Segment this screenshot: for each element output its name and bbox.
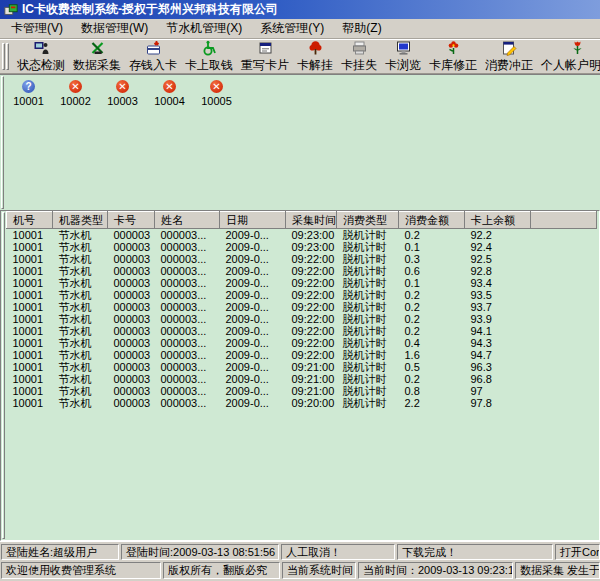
cell-card-balance: 94.3 bbox=[465, 337, 531, 349]
cell-name: 000003... bbox=[155, 265, 220, 277]
toolbar-account-detail-button[interactable]: 个人帐户明细 bbox=[538, 39, 600, 75]
column-header-machine-no[interactable]: 机号 bbox=[7, 212, 53, 229]
cell-machine-no: 10001 bbox=[7, 253, 53, 265]
cell-consume-amount: 0.8 bbox=[399, 385, 465, 397]
toolbar-card-loss-button[interactable]: 卡挂失 bbox=[338, 39, 380, 75]
cell-filler bbox=[531, 289, 597, 301]
toolbar-status-detect-button[interactable]: 状态检测 bbox=[14, 39, 68, 75]
cell-name: 000003... bbox=[155, 361, 220, 373]
toolbar-card-fix-button[interactable]: 卡库修正 bbox=[426, 39, 480, 75]
table-row[interactable]: 10001 节水机 000003 000003... 2009-0... 09:… bbox=[7, 361, 597, 373]
table-row[interactable]: 10001 节水机 000003 000003... 2009-0... 09:… bbox=[7, 325, 597, 337]
cell-name: 000003... bbox=[155, 373, 220, 385]
menu-system-management[interactable]: 系统管理(Y) bbox=[251, 18, 333, 39]
table-row[interactable]: 10001 节水机 000003 000003... 2009-0... 09:… bbox=[7, 289, 597, 301]
cell-consume-type: 脱机计时 bbox=[337, 241, 399, 253]
panel-gripper[interactable] bbox=[1, 76, 4, 209]
cell-machine-type: 节水机 bbox=[53, 361, 108, 373]
toolbar-card-unhang-button[interactable]: 卡解挂 bbox=[294, 39, 336, 75]
menu-card-management[interactable]: 卡管理(V) bbox=[2, 18, 72, 39]
cell-date: 2009-0... bbox=[220, 397, 286, 409]
table-row[interactable]: 10001 节水机 000003 000003... 2009-0... 09:… bbox=[7, 313, 597, 325]
toolbar-card-browse-button[interactable]: 卡浏览 bbox=[382, 39, 424, 75]
cell-filler bbox=[531, 349, 597, 361]
status-detect-icon bbox=[33, 40, 50, 56]
cell-card-balance: 92.2 bbox=[465, 229, 531, 242]
cell-collect-time: 09:22:00 bbox=[286, 301, 337, 313]
table-row[interactable]: 10001 节水机 000003 000003... 2009-0... 09:… bbox=[7, 397, 597, 409]
cell-card-no: 000003 bbox=[108, 385, 155, 397]
panel-gripper[interactable] bbox=[2, 212, 5, 539]
menu-data-management[interactable]: 数据管理(W) bbox=[72, 18, 157, 39]
menu-help[interactable]: 帮助(Z) bbox=[333, 18, 390, 39]
toolbar-label: 卡浏览 bbox=[385, 57, 421, 74]
cell-machine-no: 10001 bbox=[7, 337, 53, 349]
cell-card-balance: 92.4 bbox=[465, 241, 531, 253]
cell-consume-amount: 0.2 bbox=[399, 301, 465, 313]
toolbar-label: 数据采集 bbox=[73, 57, 121, 74]
toolbar-rewrite-card-button[interactable]: 重写卡片 bbox=[238, 39, 292, 75]
status-bar-2: 欢迎使用收费管理系统 版权所有，翻版必究 当前系统时间 当前时间：2009-03… bbox=[0, 560, 600, 579]
status-current-time: 当前时间：2009-03-13 09:23:12 bbox=[358, 562, 513, 579]
machine-item-10003[interactable]: ✕ 10003 bbox=[105, 80, 140, 107]
rewrite-card-icon bbox=[257, 40, 274, 56]
table-row[interactable]: 10001 节水机 000003 000003... 2009-0... 09:… bbox=[7, 385, 597, 397]
cell-card-no: 000003 bbox=[108, 241, 155, 253]
cell-machine-no: 10001 bbox=[7, 325, 53, 337]
machine-item-10005[interactable]: ✕ 10005 bbox=[199, 80, 234, 107]
machine-item-10004[interactable]: ✕ 10004 bbox=[152, 80, 187, 107]
cell-machine-type: 节水机 bbox=[53, 349, 108, 361]
table-row[interactable]: 10001 节水机 000003 000003... 2009-0... 09:… bbox=[7, 373, 597, 385]
cell-consume-amount: 2.2 bbox=[399, 397, 465, 409]
cell-machine-type: 节水机 bbox=[53, 241, 108, 253]
machine-id: 10005 bbox=[201, 95, 232, 107]
status-bar-1: 登陆姓名:超级用户 登陆时间:2009-03-13 08:51:56 人工取消！… bbox=[0, 541, 600, 560]
menu-machine-management[interactable]: 节水机管理(X) bbox=[157, 18, 251, 39]
status-download-done: 下载完成！ bbox=[397, 544, 553, 560]
column-header-date[interactable]: 日期 bbox=[220, 212, 286, 229]
column-header-card-balance[interactable]: 卡上余额 bbox=[465, 212, 531, 229]
cell-machine-no: 10001 bbox=[7, 397, 53, 409]
cell-card-no: 000003 bbox=[108, 277, 155, 289]
table-row[interactable]: 10001 节水机 000003 000003... 2009-0... 09:… bbox=[7, 241, 597, 253]
table-row[interactable]: 10001 节水机 000003 000003... 2009-0... 09:… bbox=[7, 337, 597, 349]
column-header-name[interactable]: 姓名 bbox=[155, 212, 220, 229]
machine-item-10002[interactable]: ✕ 10002 bbox=[58, 80, 93, 107]
cell-name: 000003... bbox=[155, 253, 220, 265]
cell-name: 000003... bbox=[155, 229, 220, 242]
table-row[interactable]: 10001 节水机 000003 000003... 2009-0... 09:… bbox=[7, 265, 597, 277]
cell-card-no: 000003 bbox=[108, 373, 155, 385]
table-row[interactable]: 10001 节水机 000003 000003... 2009-0... 09:… bbox=[7, 277, 597, 289]
cell-filler bbox=[531, 373, 597, 385]
error-icon: ✕ bbox=[163, 80, 176, 93]
toolbar-gripper[interactable] bbox=[2, 43, 9, 70]
cell-date: 2009-0... bbox=[220, 301, 286, 313]
title-bar: IC卡收费控制系统-授权于郑州兴邦科技有限公司 bbox=[0, 0, 600, 19]
cell-card-no: 000003 bbox=[108, 349, 155, 361]
table-row[interactable]: 10001 节水机 000003 000003... 2009-0... 09:… bbox=[7, 229, 597, 242]
toolbar-withdraw-card-button[interactable]: 卡上取钱 bbox=[182, 39, 236, 75]
machine-item-10001[interactable]: ? 10001 bbox=[11, 80, 46, 107]
table-row[interactable]: 10001 节水机 000003 000003... 2009-0... 09:… bbox=[7, 253, 597, 265]
column-header-machine-type[interactable]: 机器类型 bbox=[53, 212, 108, 229]
cell-consume-amount: 0.1 bbox=[399, 277, 465, 289]
cell-consume-type: 脱机计时 bbox=[337, 301, 399, 313]
column-header-consume-type[interactable]: 消费类型 bbox=[337, 212, 399, 229]
toolbar-deposit-card-button[interactable]: 存钱入卡 bbox=[126, 39, 180, 75]
cell-date: 2009-0... bbox=[220, 385, 286, 397]
toolbar-data-collect-button[interactable]: 数据采集 bbox=[70, 39, 124, 75]
cell-name: 000003... bbox=[155, 301, 220, 313]
toolbar-label: 个人帐户明细 bbox=[541, 57, 600, 74]
table-row[interactable]: 10001 节水机 000003 000003... 2009-0... 09:… bbox=[7, 301, 597, 313]
column-header-collect-time[interactable]: 采集时间 bbox=[286, 212, 337, 229]
table-row[interactable]: 10001 节水机 000003 000003... 2009-0... 09:… bbox=[7, 349, 597, 361]
toolbar-consume-reversal-button[interactable]: 消费冲正 bbox=[482, 39, 536, 75]
column-header-card-no[interactable]: 卡号 bbox=[108, 212, 155, 229]
cell-collect-time: 09:22:00 bbox=[286, 337, 337, 349]
column-header-consume-amount[interactable]: 消费金额 bbox=[399, 212, 465, 229]
cell-collect-time: 09:22:00 bbox=[286, 289, 337, 301]
cell-collect-time: 09:21:00 bbox=[286, 385, 337, 397]
cell-consume-amount: 0.4 bbox=[399, 337, 465, 349]
cell-machine-type: 节水机 bbox=[53, 325, 108, 337]
cell-name: 000003... bbox=[155, 313, 220, 325]
